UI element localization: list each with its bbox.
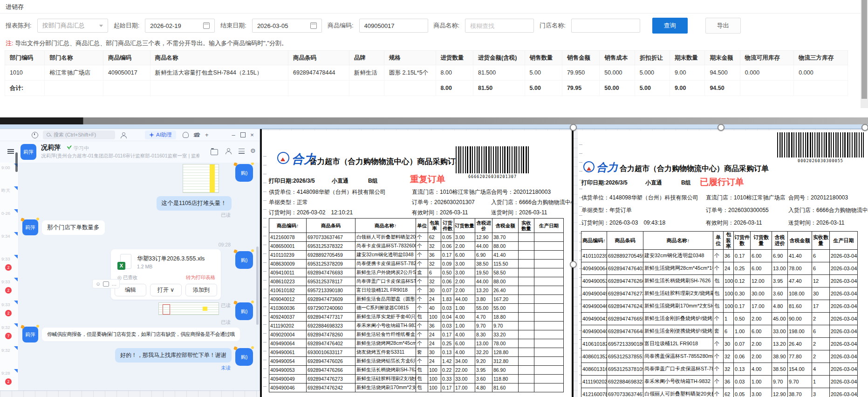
avatar[interactable]: 购)	[235, 164, 253, 182]
chat-toolbar: 搜索 (Ctrl+Shift+F) AI助理 ☎ + – ×	[0, 129, 260, 141]
quote-icon[interactable]	[103, 281, 109, 287]
column-header: 销售成本	[600, 51, 635, 65]
selection-handle[interactable]	[570, 124, 577, 131]
product-name-label: 商品名称:	[434, 21, 460, 30]
po-title: 合力超市（合力购物物流中心）商品采购订单	[620, 164, 769, 174]
po-item-row: 4094900416928947476655 新鲜生活金刚折叠烧烤炉/烧烤架个 …	[581, 312, 858, 325]
selection-handle[interactable]	[718, 124, 724, 131]
avatar[interactable]: 购)	[235, 251, 253, 269]
duplicate-order-stamp: 重复订单	[410, 173, 445, 185]
convert-to-print-link[interactable]: 转为打印表格	[186, 274, 215, 281]
report-layout-select[interactable]: 按部门商品汇总	[37, 19, 108, 33]
add-member-icon[interactable]	[226, 148, 231, 154]
column-header: 物流三方库存	[794, 51, 848, 65]
export-button[interactable]: 导出	[705, 18, 741, 34]
open-button[interactable]: 打开 ∨	[150, 284, 182, 296]
conversation-item[interactable]: 9:32	[0, 345, 18, 368]
close-button[interactable]: ×	[247, 131, 257, 138]
message-area: 购) 这个是1105店打堆头量！ 已读 莉萍 那个门店下单数量多 09:28 X…	[19, 163, 260, 390]
conversation-item[interactable]: 昨天	[0, 185, 18, 208]
unread-badge: 2	[5, 264, 12, 271]
direct-store: 直流门店：1010榕江常驰广场店	[412, 188, 492, 196]
avatar[interactable]: 莉萍	[22, 327, 38, 342]
table-row: 1010榕江常驰广场店 409050017新鲜生活大容量打包盒SH-7844（2…	[5, 65, 848, 81]
folder-icon[interactable]	[211, 149, 218, 155]
unread-badge: 2	[5, 287, 12, 294]
direct-store: 直流门店：1010榕江常驰广场店	[706, 194, 786, 202]
deliver-time: 送货时间：2026-03-11	[491, 209, 547, 217]
column-header: 商品条码	[288, 51, 349, 65]
vertical-scrollbar[interactable]	[861, 0, 868, 108]
message-scrollbar-thumb[interactable]	[256, 246, 259, 325]
desktop-area: 搜索 (Ctrl+Shift+F) AI助理 ☎ + – × 莉萍 况莉萍 学习…	[0, 129, 868, 397]
po-item-row: 4090400126928947473609 新鲜生活食品用塑盘（圆形）Φ190…	[269, 295, 564, 304]
product-code-label: 商品编码:	[328, 21, 354, 30]
po-item-row: 4086013526953125378551 尚泰携盖保温杯ST-7855280…	[581, 350, 858, 363]
search-input[interactable]: 搜索 (Ctrl+Shift+F)	[43, 130, 115, 139]
read-status: 已读	[221, 212, 231, 219]
more-icon[interactable]: …	[111, 281, 116, 287]
add-icon[interactable]: +	[202, 131, 212, 138]
conversation-item[interactable]: 9:32 7	[0, 322, 18, 345]
selection-handle[interactable]	[570, 261, 577, 268]
conversation-item[interactable]: 9:33 2	[0, 300, 18, 322]
po-item-row: 4090200046928947478260 新鲜生活轻食竹纤维纸餐盒（长方）个…	[269, 330, 564, 339]
query-button[interactable]: 查询	[652, 18, 688, 34]
contacts-icon[interactable]	[121, 132, 126, 138]
ai-assistant-button[interactable]: AI助理	[145, 130, 176, 139]
maximize-button[interactable]	[238, 131, 247, 139]
avatar[interactable]: 购)	[235, 302, 253, 320]
filter-bar: 报表陈列: 按部门商品汇总 起始日期: 2026-02-19 结束日期: 202…	[6, 18, 741, 33]
po-item-row: 4101102396928892705459 建安32cm钢化透明盆0348个 …	[269, 251, 564, 260]
selection-handle[interactable]	[861, 124, 868, 131]
spreadsheet-image[interactable]	[158, 302, 219, 315]
column-header: 销售金额	[562, 51, 599, 65]
scrollbar-thumb[interactable]	[861, 0, 867, 99]
avatar[interactable]: 莉萍	[22, 219, 38, 235]
menu-icon[interactable]	[7, 149, 14, 154]
spreadsheet-image[interactable]	[183, 164, 219, 193]
conversation-item[interactable]: 9:33 2	[0, 277, 18, 300]
contact-name: 况莉萍	[41, 144, 61, 152]
po-item-row: 4101102396928892705459 建安32cm钢化透明盆0348个 …	[581, 249, 858, 262]
product-name-input[interactable]	[465, 19, 534, 33]
gear-icon[interactable]: ⚙	[250, 148, 256, 154]
column-header: 期末数量	[670, 51, 705, 65]
conversation-item[interactable]: 9:28 2	[0, 368, 18, 390]
minimize-button[interactable]: –	[229, 131, 238, 138]
meeting-icon[interactable]	[183, 132, 189, 138]
avatar[interactable]: 莉萍	[21, 144, 36, 160]
start-date-input[interactable]: 2026-02-19	[145, 19, 215, 33]
search-history-icon[interactable]	[239, 149, 245, 154]
conversation-item[interactable]: 9:33 2	[0, 254, 18, 277]
history-icon[interactable]	[32, 132, 38, 138]
po-item-row: 4103600366972907240060 德一C系列擦玻器C0815个 40…	[269, 304, 564, 313]
po-item-row: 4094900496928947476273 新鲜生活硅胶料理刷2支/烧烤刷SH…	[581, 287, 858, 300]
valid-time: 有效时间：2026-03-11	[412, 209, 468, 217]
unread-badge: 7	[5, 333, 12, 339]
read-status: 已读	[221, 302, 231, 309]
column-header: 部门名称	[45, 51, 103, 65]
received-label: ◎ 已查收	[117, 274, 138, 281]
window-edge-strip	[0, 124, 868, 129]
po-item-row: 4092400376928947477317 新鲜生活厚实龙虾手套40只SH-7…	[269, 313, 564, 322]
doc-type: 单据类型：正常	[269, 198, 308, 206]
file-card[interactable]: X 华塑33订单2026.3.555.xls 1.2 MB ◎ 已查收 转为打印…	[111, 249, 221, 300]
po-item-row: 4094900536928947476266 新鲜生活长柄烧烤刷SH-7626（…	[581, 274, 858, 287]
chat-window: 搜索 (Ctrl+Shift+F) AI助理 ☎ + – × 莉萍 况莉萍 学习…	[0, 129, 260, 390]
rail-scrollbar-thumb[interactable]	[15, 152, 18, 172]
avatar[interactable]: 购)	[235, 348, 253, 366]
deliver-time: 送货时间：2026-03-11	[788, 219, 845, 227]
conversation-rail: 9:00 昨天 0-26 9:34	[0, 163, 19, 390]
phone-mute-icon[interactable]: ☎	[193, 132, 200, 138]
message-hover-actions[interactable]: ☺ …	[92, 279, 120, 288]
store-name-input[interactable]	[571, 19, 640, 33]
emoji-icon[interactable]: ☺	[96, 281, 101, 287]
order-no: 订单号：2026030300055	[706, 206, 769, 214]
product-code-input[interactable]	[359, 19, 428, 33]
column-header: 期末金额	[705, 51, 740, 65]
end-date-input[interactable]: 2026-03-05	[252, 19, 322, 33]
conversation-item[interactable]: 0-26	[0, 208, 18, 231]
add-to-button[interactable]: 添加到	[185, 284, 217, 296]
conversation-item[interactable]: 9:34	[0, 231, 18, 254]
